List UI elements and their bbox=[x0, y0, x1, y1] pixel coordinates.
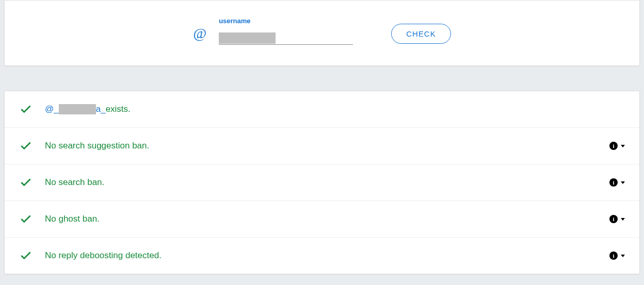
username-label: username bbox=[219, 17, 353, 25]
chevron-down-icon bbox=[621, 145, 625, 147]
info-toggle[interactable]: i bbox=[609, 142, 625, 150]
result-row: No search suggestion ban. i bbox=[5, 128, 639, 164]
result-row: No reply deboosting detected. i bbox=[5, 238, 639, 274]
info-icon: i bbox=[609, 178, 618, 187]
handle-suffix: a_ bbox=[96, 104, 106, 114]
info-toggle[interactable]: i bbox=[609, 215, 625, 223]
info-icon: i bbox=[609, 252, 618, 260]
chevron-down-icon bbox=[621, 181, 625, 184]
exists-tail: exists. bbox=[106, 104, 131, 114]
check-icon bbox=[19, 139, 33, 153]
info-toggle[interactable]: i bbox=[609, 178, 625, 187]
handle-prefix: @_ bbox=[45, 104, 59, 114]
check-button[interactable]: CHECK bbox=[391, 24, 451, 44]
info-toggle[interactable]: i bbox=[609, 252, 625, 260]
check-icon bbox=[19, 249, 33, 262]
result-text: No ghost ban. bbox=[45, 214, 609, 224]
result-text: No search ban. bbox=[45, 177, 609, 188]
results-panel: @_ a_ exists. No search suggestion ban. … bbox=[4, 91, 640, 274]
check-icon bbox=[19, 176, 33, 189]
chevron-down-icon bbox=[621, 255, 625, 257]
info-icon: i bbox=[609, 142, 618, 150]
user-handle-link[interactable]: @_ a_ bbox=[45, 104, 106, 114]
result-row-exists: @_ a_ exists. bbox=[5, 91, 639, 128]
info-icon: i bbox=[609, 215, 618, 223]
exists-text: @_ a_ exists. bbox=[45, 104, 625, 114]
result-text: No search suggestion ban. bbox=[45, 141, 609, 151]
result-row: No ghost ban. i bbox=[5, 201, 639, 238]
username-input[interactable] bbox=[219, 30, 353, 45]
at-icon: @ bbox=[193, 25, 206, 42]
check-icon bbox=[19, 103, 33, 116]
result-text: No reply deboosting detected. bbox=[45, 250, 609, 261]
username-field-wrap: username bbox=[219, 17, 353, 45]
result-row: No search ban. i bbox=[5, 164, 639, 201]
redacted-handle bbox=[59, 104, 96, 114]
check-icon bbox=[19, 212, 33, 226]
chevron-down-icon bbox=[621, 218, 625, 221]
username-check-panel: @ username CHECK bbox=[4, 0, 640, 66]
